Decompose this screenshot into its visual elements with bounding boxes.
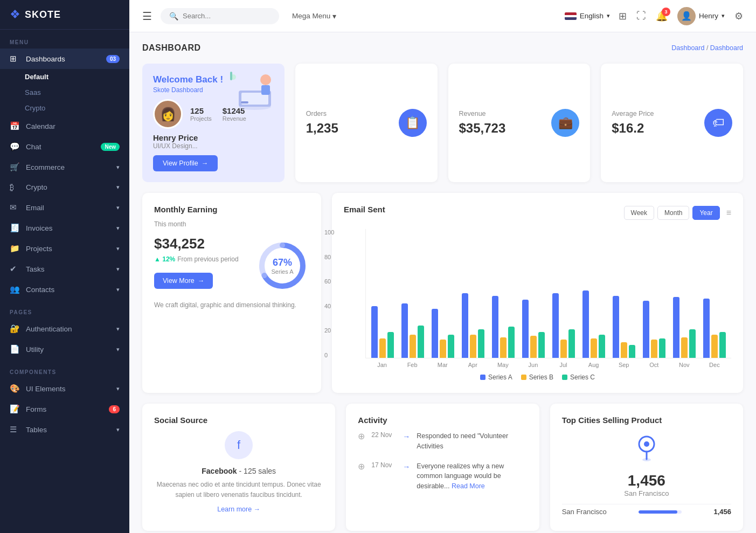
settings-icon[interactable]: ⚙ [734,10,743,22]
language-selector[interactable]: English ▾ [565,12,610,20]
avg-price-label: Average Price [612,110,654,117]
activity-date-2: 17 Nov [371,461,396,469]
search-input[interactable] [183,12,258,20]
bar-a-Aug [582,290,589,358]
sidebar-item-forms[interactable]: 📝 Forms 6 [0,399,129,419]
dashboards-label: Dashboards [26,55,65,63]
notification-badge: 3 [662,8,670,16]
bar-group-Oct [643,301,665,358]
sidebar-item-contacts[interactable]: 👥 Contacts ▾ [0,279,129,300]
bar-c-Oct [659,338,665,358]
notification-icon[interactable]: 🔔 3 [656,10,668,22]
earning-card-title: Monthly Earning [154,205,309,214]
pages-section-label: PAGES [0,300,129,319]
pin-svg [630,431,663,463]
bar-c-Nov [689,329,696,358]
invoices-label: Invoices [26,224,53,232]
bar-c-Sep [629,345,635,358]
forms-icon: 📝 [10,404,20,414]
grid-icon[interactable]: ⊞ [619,10,627,22]
header: ☰ 🔍 Mega Menu ▾ English ▾ ⊞ ⛶ 🔔 3 👤 Henr… [129,0,756,32]
x-label-May: May [491,362,514,368]
bar-a-Jul [552,293,559,358]
bar-group-Dec [703,299,726,358]
sidebar-item-invoices[interactable]: 🧾 Invoices ▾ [0,218,129,238]
svg-point-12 [644,441,649,447]
sidebar-item-chat[interactable]: 💬 Chat New [0,136,129,157]
city-val-1: 1,456 [713,508,731,516]
calendar-label: Calendar [26,122,56,130]
bottom-row: Social Source f Facebook - 125 sales Mae… [142,404,743,531]
cities-pin-icon [562,431,731,463]
utility-chevron: ▾ [116,346,120,353]
x-label-Oct: Oct [643,362,665,368]
sidebar-item-projects[interactable]: 📁 Projects ▾ [0,238,129,259]
mid-row: Monthly Earning This month $34,252 ▲ 12%… [142,193,743,393]
sidebar-sub-saas[interactable]: Saas [25,85,129,100]
mega-menu-button[interactable]: Mega Menu ▾ [292,12,336,20]
legend-series-c: Series C [562,373,595,381]
sidebar-item-calendar[interactable]: 📅 Calendar [0,116,129,136]
user-menu[interactable]: 👤 Henry ▾ [677,7,725,25]
sidebar-item-authentication[interactable]: 🔐 Authentication ▾ [0,319,129,339]
chat-label: Chat [26,143,41,151]
breadcrumb-current: Dashboard [710,44,743,52]
email-icon: ✉ [10,203,20,212]
projects-icon: 📁 [10,244,20,253]
tables-chevron: ▾ [116,426,120,433]
hamburger-button[interactable]: ☰ [142,10,152,23]
sidebar-item-ecommerce[interactable]: 🛒 Ecommerce ▾ [0,157,129,177]
sidebar-item-dashboards[interactable]: ⊞ Dashboards 03 [0,49,129,69]
search-bar[interactable]: 🔍 [161,8,279,24]
chat-icon: 💬 [10,142,20,151]
sidebar-sub-crypto[interactable]: Crypto [25,100,129,116]
month-button[interactable]: Month [657,206,689,220]
week-button[interactable]: Week [624,206,654,220]
activity-title: Activity [358,416,527,425]
bar-group-Apr [462,293,484,358]
bar-c-Aug [599,335,605,358]
activity-arrow-2: → [403,462,410,471]
tables-label: Tables [26,426,47,434]
activity-card: Activity ⊕ 22 Nov → Responded to need "V… [346,404,539,531]
bar-c-Mar [448,335,454,358]
bar-b-Oct [651,340,657,358]
view-profile-button[interactable]: View Profile → [153,155,218,171]
activity-icon-1: ⊕ [358,431,365,441]
x-label-Aug: Aug [582,362,605,368]
revenue-value: $35,723 [459,121,506,136]
legend-series-b: Series B [521,373,553,381]
view-more-button[interactable]: View More → [154,273,213,289]
fullscreen-icon[interactable]: ⛶ [636,10,646,22]
bar-group-Jul [552,293,575,358]
sidebar-item-ui-elements[interactable]: 🎨 UI Elements ▾ [0,378,129,399]
sidebar-sub-default[interactable]: Default [25,69,129,85]
activity-icon-2: ⊕ [358,461,365,472]
authentication-label: Authentication [26,325,72,333]
social-platform-name: Facebook [202,467,237,475]
sidebar-item-utility[interactable]: 📄 Utility ▾ [0,339,129,359]
learn-more-link[interactable]: Learn more → [154,506,323,513]
chart-menu-icon[interactable]: ≡ [726,208,731,218]
sidebar-item-email[interactable]: ✉ Email ▾ [0,197,129,218]
y-100: 100 [324,229,334,236]
revenue-info: Revenue $35,723 [459,110,506,136]
year-button[interactable]: Year [692,206,719,220]
email-label: Email [26,204,44,212]
calendar-icon: 📅 [10,121,20,131]
bar-c-Jun [538,332,545,358]
read-more-link[interactable]: Read More [452,482,485,490]
earning-description: We craft digital, graphic and dimensiona… [154,300,309,310]
city-name-1: San Francisco [562,508,607,516]
welcome-role: UI/UX Design... [153,142,274,150]
sidebar-item-tasks[interactable]: ✔ Tasks ▾ [0,259,129,279]
ecommerce-chevron: ▾ [116,164,120,171]
sidebar-item-tables[interactable]: ☰ Tables ▾ [0,419,129,440]
dashboards-badge: 03 [106,55,120,63]
sidebar-item-crypto[interactable]: ₿ Crypto ▾ [0,177,129,197]
donut-percent: 67% [272,257,294,268]
y-20: 20 [324,327,334,334]
svg-rect-5 [241,101,248,103]
svg-point-3 [260,74,271,85]
top-row: Welcome Back ! Skote Dashboard [142,64,743,182]
